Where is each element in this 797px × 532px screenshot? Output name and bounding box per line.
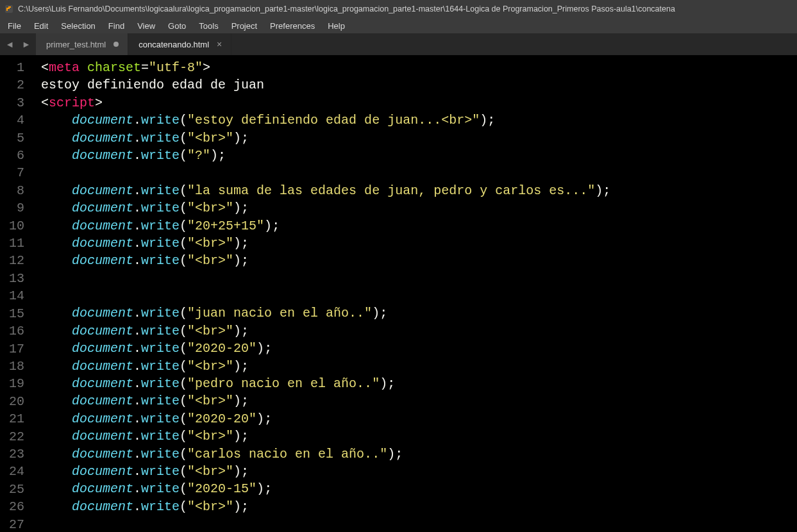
- code-line[interactable]: document.write("pedro nacio en el año.."…: [41, 375, 797, 392]
- token: write: [141, 306, 180, 320]
- token: (: [180, 429, 187, 444]
- code-line[interactable]: document.write("<br>");: [41, 428, 797, 445]
- menu-item-edit[interactable]: Edit: [28, 20, 55, 32]
- token: "la suma de las edades de juan, pedro y …: [187, 183, 595, 198]
- code-line[interactable]: [41, 287, 797, 304]
- token: ;: [241, 359, 249, 374]
- line-number: 9: [0, 199, 36, 217]
- menu-item-tools[interactable]: Tools: [192, 20, 224, 32]
- token: .: [133, 236, 141, 251]
- token: ): [256, 481, 264, 496]
- code-line[interactable]: <meta charset="utf-8">: [41, 59, 797, 76]
- token: "<br>": [187, 464, 233, 479]
- token: "<br>": [187, 201, 233, 215]
- nav-back-icon[interactable]: ◄: [3, 38, 17, 51]
- menu-bar: FileEditSelectionFindViewGotoToolsProjec…: [0, 18, 797, 33]
- line-number: 19: [0, 375, 36, 392]
- code-line[interactable]: document.write("carlos nacio en el año..…: [41, 445, 797, 463]
- menu-item-goto[interactable]: Goto: [162, 20, 192, 32]
- token: ;: [241, 394, 249, 408]
- menu-item-project[interactable]: Project: [225, 20, 264, 32]
- code-line[interactable]: document.write("<br>");: [41, 252, 797, 269]
- line-number: 10: [0, 217, 36, 235]
- token: (: [180, 253, 187, 268]
- token: <: [41, 96, 49, 110]
- token: .: [133, 499, 141, 514]
- line-number: 12: [0, 252, 36, 269]
- line-number: 24: [0, 463, 36, 480]
- line-number: 18: [0, 358, 36, 375]
- code-line[interactable]: document.write("juan nacio en el año..")…: [41, 304, 797, 322]
- token: write: [141, 429, 180, 444]
- token: ): [264, 219, 272, 233]
- code-line[interactable]: [41, 515, 797, 532]
- code-line[interactable]: document.write("2020-20");: [41, 340, 797, 357]
- menu-item-find[interactable]: Find: [102, 20, 131, 32]
- code-line[interactable]: document.write("<br>");: [41, 199, 797, 217]
- code-line[interactable]: [41, 270, 797, 287]
- token: "utf-8": [149, 60, 203, 75]
- line-number: 3: [0, 94, 36, 112]
- menu-item-preferences[interactable]: Preferences: [264, 20, 321, 32]
- token: document: [72, 306, 133, 320]
- line-number: 1: [0, 59, 36, 76]
- code-line[interactable]: document.write("<br>");: [41, 235, 797, 252]
- code-line[interactable]: document.write("la suma de las edades de…: [41, 182, 797, 199]
- menu-item-selection[interactable]: Selection: [55, 20, 101, 32]
- code-line[interactable]: document.write("20+25+15");: [41, 217, 797, 235]
- code-line[interactable]: document.write("?");: [41, 147, 797, 164]
- tab-concatenando-html[interactable]: concatenando.html×: [128, 33, 231, 55]
- code-line[interactable]: <script>: [41, 94, 797, 112]
- token: write: [141, 447, 180, 461]
- menu-item-view[interactable]: View: [131, 20, 162, 32]
- code-line[interactable]: [41, 164, 797, 181]
- token: ;: [241, 131, 249, 145]
- token: (: [180, 236, 187, 251]
- token: .: [133, 306, 141, 320]
- menu-item-help[interactable]: Help: [321, 20, 351, 32]
- token: =: [141, 60, 149, 75]
- close-icon[interactable]: ×: [217, 39, 222, 49]
- token: write: [141, 411, 180, 426]
- line-number: 20: [0, 393, 36, 410]
- code-line[interactable]: document.write("<br>");: [41, 129, 797, 147]
- token: ;: [241, 499, 249, 514]
- editor[interactable]: 1234567891011121314151617181920212223242…: [0, 55, 797, 532]
- token: document: [72, 148, 133, 163]
- code-line[interactable]: document.write("<br>");: [41, 498, 797, 515]
- token: ): [233, 394, 241, 408]
- nav-forward-icon[interactable]: ►: [19, 38, 33, 51]
- token: ;: [264, 341, 272, 356]
- code-line[interactable]: document.write("estoy definiendo edad de…: [41, 112, 797, 129]
- code-line[interactable]: document.write("2020-20");: [41, 410, 797, 428]
- token: ): [480, 113, 487, 128]
- token: document: [72, 429, 133, 444]
- code-line[interactable]: document.write("<br>");: [41, 322, 797, 340]
- code-line[interactable]: document.write("<br>");: [41, 463, 797, 480]
- token: .: [133, 113, 141, 128]
- token: (: [180, 411, 187, 426]
- token: ): [256, 341, 264, 356]
- token: write: [141, 253, 180, 268]
- token: .: [133, 148, 141, 163]
- token: "<br>": [187, 429, 233, 444]
- token: ): [233, 236, 241, 251]
- menu-item-file[interactable]: File: [1, 20, 28, 32]
- code-line[interactable]: document.write("2020-15");: [41, 480, 797, 497]
- token: "<br>": [187, 131, 233, 145]
- code-line[interactable]: document.write("<br>");: [41, 392, 797, 410]
- token: document: [72, 499, 133, 514]
- token: ): [233, 464, 241, 479]
- tab-primer_test-html[interactable]: primer_test.html: [36, 33, 128, 55]
- token: ): [256, 411, 264, 426]
- code-line[interactable]: document.write("<br>");: [41, 358, 797, 375]
- token: "carlos nacio en el año..": [187, 447, 387, 461]
- token: document: [72, 131, 133, 145]
- token: write: [141, 148, 180, 163]
- line-number: 17: [0, 340, 36, 358]
- token: ;: [264, 481, 272, 496]
- code-line[interactable]: estoy definiendo edad de juan: [41, 76, 797, 94]
- token: "juan nacio en el año..": [187, 306, 372, 320]
- token: ;: [241, 201, 249, 215]
- code-area[interactable]: <meta charset="utf-8">estoy definiendo e…: [36, 55, 797, 532]
